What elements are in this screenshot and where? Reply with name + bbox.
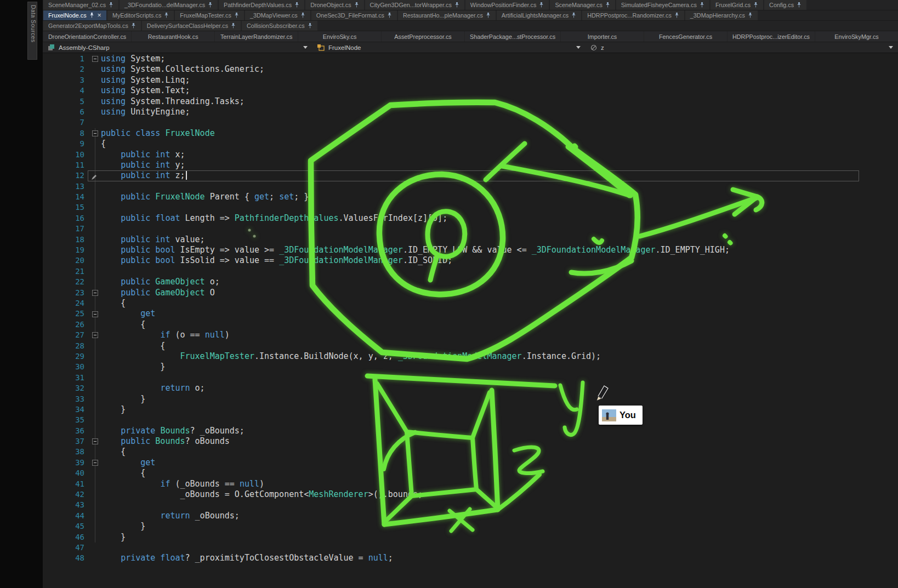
tab-restaurantho-plemanager-cs[interactable]: RestaurantHo...pleManager.cs xyxy=(398,10,496,20)
pin-icon[interactable] xyxy=(354,2,359,8)
code-line-4[interactable]: 4using System.Text; xyxy=(43,85,859,96)
tab--3dmaphierarchy-cs[interactable]: _3DMapHierarchy.cs xyxy=(685,10,758,20)
tab-shaderpackage-stprocessor-cs[interactable]: ShaderPackage...stProcessor.cs xyxy=(465,31,560,42)
pin-icon[interactable] xyxy=(387,13,392,18)
fold-collapse-icon[interactable] xyxy=(92,460,98,466)
code-line-47[interactable]: 47 xyxy=(43,543,859,553)
code-line-29[interactable]: 29 FruxelMapTester.Instance.BuildNode(x,… xyxy=(43,351,859,362)
tab-enviroskymgr-cs[interactable]: EnviroSkyMgr.cs xyxy=(815,31,898,42)
pin-icon[interactable] xyxy=(486,13,491,18)
code-line-33[interactable]: 33 } xyxy=(43,394,859,404)
tab-deliverysurfaceclasshelper-cs[interactable]: DeliverySurfaceClassHelper.cs xyxy=(142,21,241,31)
code-line-22[interactable]: 22 public GameObject o; xyxy=(43,277,859,287)
code-line-12[interactable]: 12 public int z; xyxy=(43,170,859,181)
tab-hdrppostproc-randomizer-cs[interactable]: HDRPPostproc...Randomizer.cs xyxy=(582,10,684,20)
pin-icon[interactable] xyxy=(109,2,113,8)
tab-fencesgenerator-cs[interactable]: FencesGenerator.cs xyxy=(644,31,727,42)
code-line-19[interactable]: 19 public bool IsEmpty => value >= _3DFo… xyxy=(43,245,859,255)
tab--3dfoundatio-delmanager-cs[interactable]: _3DFoundatio...delManager.cs xyxy=(120,0,218,10)
code-line-23[interactable]: 23 public GameObject O xyxy=(43,288,859,298)
code-line-15[interactable]: 15 xyxy=(43,202,859,213)
code-line-6[interactable]: 6using UnityEngine; xyxy=(43,107,859,117)
code-line-28[interactable]: 28 { xyxy=(43,341,859,351)
code-line-18[interactable]: 18 public int value; xyxy=(43,235,859,245)
code-line-34[interactable]: 34 } xyxy=(43,404,859,415)
fold-collapse-icon[interactable] xyxy=(92,130,98,136)
tab-fruxelmaptester-cs[interactable]: FruxelMapTester.cs xyxy=(175,10,244,20)
code-line-5[interactable]: 5using System.Threading.Tasks; xyxy=(43,96,859,107)
code-line-46[interactable]: 46 } xyxy=(43,532,859,543)
code-line-41[interactable]: 41 if (_oBounds == null) xyxy=(43,479,859,489)
fold-collapse-icon[interactable] xyxy=(92,290,98,296)
code-line-30[interactable]: 30 } xyxy=(43,362,859,372)
pin-icon[interactable] xyxy=(208,2,213,8)
code-line-21[interactable]: 21 xyxy=(43,266,859,277)
tab-artificiallightsmanager-cs[interactable]: ArtificialLightsManager.cs xyxy=(497,10,581,20)
pin-icon[interactable] xyxy=(131,23,136,28)
tab-hdrppostproc-izereditor-cs[interactable]: HDRPPostproc...izerEditor.cs xyxy=(728,31,815,42)
pin-icon[interactable] xyxy=(454,2,459,8)
code-line-25[interactable]: 25 get xyxy=(43,309,859,319)
tab-citygen3dgen-torwrapper-cs[interactable]: CityGen3DGen...torWrapper.cs xyxy=(365,0,464,10)
code-line-10[interactable]: 10 public int x; xyxy=(43,150,859,160)
code-line-45[interactable]: 45 } xyxy=(43,521,859,532)
code-line-37[interactable]: 37 public Bounds? oBounds xyxy=(43,436,859,447)
tab-collisionsubscriber-cs[interactable]: CollisionSubscriber.cs xyxy=(242,21,317,31)
code-line-31[interactable]: 31 xyxy=(43,373,859,383)
code-line-16[interactable]: 16 public float Length => PathfinderDept… xyxy=(43,213,859,224)
code-line-14[interactable]: 14 public FruxelNode Parent { get; set; … xyxy=(43,192,859,202)
code-line-43[interactable]: 43 xyxy=(43,500,859,510)
tab--3dmapviewer-cs[interactable]: _3DMapViewer.cs xyxy=(245,10,310,20)
fold-collapse-icon[interactable] xyxy=(92,332,98,338)
fold-collapse-icon[interactable] xyxy=(92,311,98,317)
code-line-13[interactable]: 13 xyxy=(43,181,859,192)
code-line-3[interactable]: 3using System.Linq; xyxy=(43,75,859,85)
pin-icon[interactable] xyxy=(300,13,305,18)
tab-onesec3d-fileformat-cs[interactable]: OneSec3D_FileFormat.cs xyxy=(311,10,397,20)
tab-scenemanager-02-cs[interactable]: SceneManager_02.cs xyxy=(43,0,118,10)
pin-icon[interactable] xyxy=(294,2,299,8)
pin-icon[interactable] xyxy=(571,13,576,18)
pin-icon[interactable] xyxy=(308,23,312,28)
fold-collapse-icon[interactable] xyxy=(92,438,98,444)
code-line-44[interactable]: 44 return _oBounds; xyxy=(43,511,859,521)
code-line-39[interactable]: 39 get xyxy=(43,458,859,468)
tab-config-cs[interactable]: Config.cs xyxy=(764,0,806,10)
code-line-20[interactable]: 20 public bool IsSolid => value == _3DFo… xyxy=(43,255,859,266)
data-sources-tab[interactable]: Data Sources xyxy=(27,2,37,60)
pin-icon[interactable] xyxy=(605,2,610,8)
pin-icon[interactable] xyxy=(164,13,169,18)
project-dropdown[interactable]: Assembly-CSharp xyxy=(43,42,312,53)
tab-generator2exportmaptools-cs[interactable]: Generator2ExportMapTools.cs xyxy=(43,21,141,31)
code-line-36[interactable]: 36 private Bounds? _oBounds; xyxy=(43,426,859,436)
code-line-17[interactable]: 17 xyxy=(43,224,859,234)
pin-icon[interactable] xyxy=(748,13,753,18)
code-line-48[interactable]: 48 private float? _proximityToClosestObs… xyxy=(43,553,859,563)
type-dropdown[interactable]: FruxelNode xyxy=(312,42,586,53)
code-line-40[interactable]: 40 { xyxy=(43,468,859,478)
tab-scenemanager-cs[interactable]: SceneManager.cs xyxy=(550,0,615,10)
code-line-42[interactable]: 42 _oBounds = O.GetComponent<MeshRendere… xyxy=(43,489,859,500)
code-line-38[interactable]: 38 { xyxy=(43,447,859,457)
pin-icon[interactable] xyxy=(539,2,544,8)
code-line-26[interactable]: 26 { xyxy=(43,319,859,330)
code-editor[interactable]: 1using System;2using System.Collections.… xyxy=(43,54,898,588)
pin-icon[interactable] xyxy=(89,13,94,18)
tab-droneobject-cs[interactable]: DroneObject.cs xyxy=(305,0,363,10)
pin-icon[interactable] xyxy=(231,23,236,28)
tab-fruxelgrid-cs[interactable]: FruxelGrid.cs xyxy=(711,0,763,10)
tab-assetpreprocessor-cs[interactable]: AssetPreprocessor.cs xyxy=(382,31,464,42)
tab-importer-cs[interactable]: Importer.cs xyxy=(561,31,644,42)
member-dropdown[interactable]: z xyxy=(586,42,898,53)
pin-icon[interactable] xyxy=(700,2,704,8)
code-line-32[interactable]: 32 return o; xyxy=(43,383,859,393)
fold-collapse-icon[interactable] xyxy=(92,56,98,62)
tab-windowpositionfinder-cs[interactable]: WindowPositionFinder.cs xyxy=(465,0,549,10)
code-line-1[interactable]: 1using System; xyxy=(43,54,859,64)
code-line-9[interactable]: 9{ xyxy=(43,139,859,149)
code-line-11[interactable]: 11 public int y; xyxy=(43,160,859,170)
tab-envirosky-cs[interactable]: EnviroSky.cs xyxy=(298,31,381,42)
close-tab-icon[interactable]: × xyxy=(98,12,101,19)
tab-pathfinderdepthvalues-cs[interactable]: PathfinderDepthValues.cs xyxy=(219,0,304,10)
code-line-27[interactable]: 27 if (o == null) xyxy=(43,330,859,340)
